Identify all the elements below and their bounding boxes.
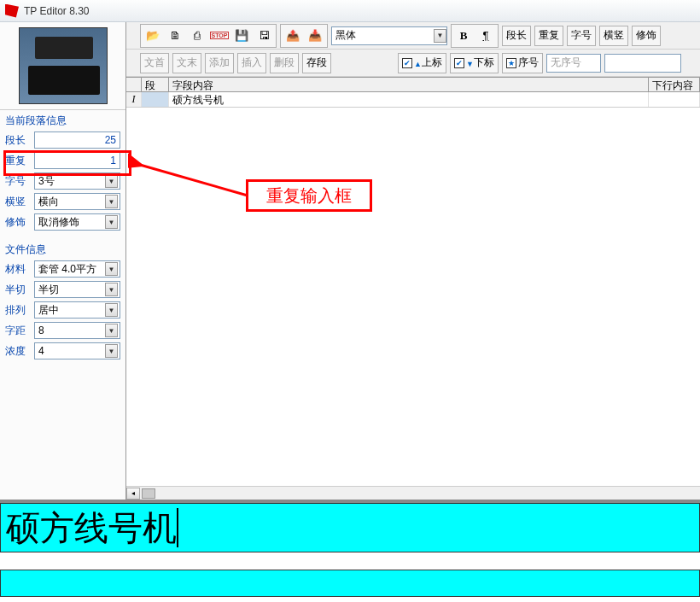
- print-button[interactable]: [186, 26, 208, 46]
- scroll-thumb[interactable]: [142, 488, 155, 499]
- prop-label: 材料: [5, 262, 31, 277]
- import-button[interactable]: [304, 26, 326, 46]
- toolbar-row-1: 黑体 ▼ 段长 重复 字号 横竖 修饰: [126, 22, 700, 50]
- export-button[interactable]: [282, 26, 304, 46]
- subscript-button[interactable]: 下标: [450, 53, 499, 73]
- fontsize-button[interactable]: 字号: [567, 26, 596, 46]
- prop-row-density: 浓度 4▼: [0, 341, 125, 361]
- prop-label: 字号: [5, 174, 31, 189]
- prop-row-repeat: 重复 1: [0, 150, 125, 171]
- save-button[interactable]: [230, 26, 253, 46]
- preview-panel: 硕方线号机: [0, 500, 700, 602]
- repeat-button[interactable]: 重复: [534, 26, 563, 46]
- material-select[interactable]: 套管 4.0平方▼: [34, 260, 120, 278]
- file-group: [140, 24, 277, 48]
- col-next: 下行内容: [649, 78, 700, 91]
- prop-label: 段长: [5, 133, 31, 148]
- chevron-down-icon: ▼: [434, 29, 446, 43]
- decoration-select[interactable]: 取消修饰▼: [34, 213, 120, 231]
- prop-label: 排列: [5, 303, 31, 318]
- orientation-select[interactable]: 横向▼: [34, 193, 120, 210]
- add-button[interactable]: 添加: [205, 53, 234, 73]
- stop-button[interactable]: [208, 26, 230, 46]
- prop-row-material: 材料 套管 4.0平方▼: [0, 259, 125, 279]
- chevron-down-icon: ▼: [105, 324, 118, 337]
- chevron-down-icon: ▼: [105, 283, 118, 296]
- sequence-button[interactable]: 序号: [502, 53, 543, 73]
- prop-row-length: 段长 25: [0, 130, 125, 150]
- io-group: [280, 24, 328, 48]
- preview-line-2: [0, 570, 700, 597]
- prop-label: 半切: [5, 283, 31, 297]
- grid-header: 段号 字段内容 下行内容: [126, 77, 700, 92]
- prop-row-halfcut: 半切 半切▼: [0, 279, 125, 300]
- repeat-input[interactable]: 1: [34, 152, 120, 169]
- new-button[interactable]: [164, 26, 186, 46]
- doc-end-button[interactable]: 文末: [172, 53, 201, 73]
- prop-label: 横竖: [5, 195, 31, 209]
- length-input[interactable]: 25: [34, 132, 120, 149]
- checkbox-icon: [454, 58, 464, 68]
- chevron-down-icon: ▼: [105, 174, 118, 188]
- prop-label: 浓度: [5, 344, 31, 359]
- scroll-left-button[interactable]: ◂: [126, 488, 140, 500]
- prop-label: 字距: [5, 324, 31, 338]
- title-bar: TP Editor 8.30: [0, 0, 700, 22]
- star-icon: [506, 58, 516, 68]
- bold-button[interactable]: [452, 26, 475, 46]
- device-thumbnail: [19, 27, 108, 104]
- sequence-extra-input[interactable]: [604, 54, 681, 73]
- toolbar-row-2: 文首 文末 添加 插入 删段 存段 上标 下标 序号 无序号: [126, 50, 700, 77]
- preview-text: 硕方线号机: [6, 505, 177, 552]
- font-select[interactable]: 黑体 ▼: [331, 26, 447, 45]
- density-select[interactable]: 4▼: [34, 342, 120, 359]
- col-segno: 段号: [142, 78, 169, 91]
- halfcut-select[interactable]: 半切▼: [34, 281, 120, 298]
- text-cursor-icon: [177, 508, 178, 547]
- cell-next[interactable]: [649, 92, 700, 107]
- prop-row-align: 排列 居中▼: [0, 300, 125, 320]
- toolbar-area: 黑体 ▼ 段长 重复 字号 横竖 修饰 文首 文末 添加 插入 删段: [126, 22, 700, 77]
- prop-row-fontsize: 字号 3号▼: [0, 171, 125, 191]
- cell-segno[interactable]: [142, 92, 169, 107]
- prop-label: 重复: [5, 154, 31, 168]
- doc-start-button[interactable]: 文首: [140, 53, 169, 73]
- chevron-down-icon: ▼: [105, 195, 118, 208]
- prop-row-decoration: 修饰 取消修饰▼: [0, 212, 125, 232]
- saveas-button[interactable]: [253, 26, 275, 46]
- row-cursor-icon: I: [126, 92, 142, 107]
- spacing-select[interactable]: 8▼: [34, 322, 120, 339]
- prop-row-spacing: 字距 8▼: [0, 320, 125, 341]
- arrow-down-icon: [466, 57, 474, 69]
- orientation-button[interactable]: 横竖: [599, 26, 628, 46]
- section-header-file: 文件信息: [0, 241, 125, 259]
- chevron-down-icon: ▼: [105, 262, 118, 276]
- decoration-button[interactable]: 修饰: [632, 26, 661, 46]
- seglen-button[interactable]: 段长: [502, 26, 531, 46]
- chevron-down-icon: ▼: [105, 303, 118, 317]
- chevron-down-icon: ▼: [105, 344, 118, 358]
- col-content: 字段内容: [169, 78, 649, 91]
- prop-row-orientation: 横竖 横向▼: [0, 191, 125, 212]
- horizontal-scrollbar[interactable]: ◂: [126, 486, 700, 500]
- checkbox-icon: [402, 58, 412, 68]
- preview-line-1: 硕方线号机: [0, 503, 700, 552]
- align-select[interactable]: 居中▼: [34, 301, 120, 319]
- open-button[interactable]: [142, 26, 164, 46]
- delete-seg-button[interactable]: 删段: [270, 53, 299, 73]
- paragraph-mark-button[interactable]: [475, 26, 497, 46]
- section-header-paragraph: 当前段落信息: [0, 112, 125, 130]
- fontsize-select[interactable]: 3号▼: [34, 172, 120, 190]
- sequence-input[interactable]: 无序号: [546, 54, 601, 73]
- canvas-area: ◂: [126, 108, 700, 500]
- save-seg-button[interactable]: 存段: [302, 53, 331, 73]
- cell-content[interactable]: 硕方线号机: [169, 92, 649, 107]
- superscript-button[interactable]: 上标: [398, 53, 446, 73]
- table-row[interactable]: I 硕方线号机: [126, 92, 700, 108]
- style-group: [451, 24, 499, 48]
- arrow-up-icon: [414, 57, 422, 69]
- app-logo-icon: [5, 4, 19, 18]
- insert-button[interactable]: 插入: [237, 53, 266, 73]
- chevron-down-icon: ▼: [105, 215, 118, 229]
- prop-label: 修饰: [5, 215, 31, 230]
